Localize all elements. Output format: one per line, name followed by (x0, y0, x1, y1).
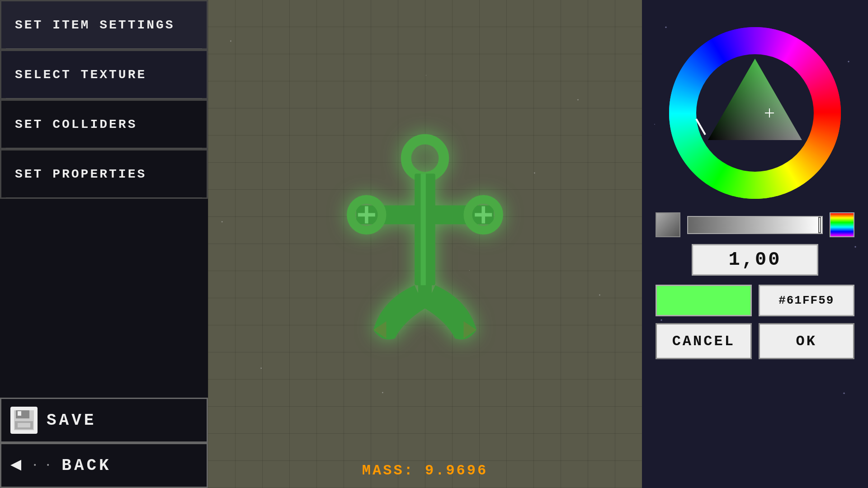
back-button[interactable]: ◀ • • BACK (0, 443, 208, 488)
right-star: · (653, 122, 656, 127)
anchor-image (339, 131, 511, 357)
cancel-label: CANCEL (672, 333, 735, 350)
select-texture-label: SELECT TEXTURE (15, 68, 146, 82)
ok-button[interactable]: OK (759, 323, 855, 359)
svg-rect-16 (421, 174, 426, 285)
select-texture-button[interactable]: SELECT TEXTURE (0, 50, 208, 99)
svg-point-6 (406, 139, 444, 177)
star-decoration: ✦ (533, 171, 536, 175)
star-decoration: ✦ (382, 390, 384, 394)
star-decoration: ✦ (221, 220, 223, 224)
mass-value: MASS: 9.9696 (362, 462, 488, 479)
set-colliders-label: SET COLLIDERS (15, 117, 137, 131)
save-button[interactable]: SAVE (0, 398, 208, 443)
action-buttons-row: CANCEL OK (656, 323, 854, 359)
alpha-value: 1,00 (729, 249, 782, 271)
value-display: 1,00 (692, 244, 818, 276)
right-star: ✦ (843, 390, 845, 396)
selected-color-preview (656, 285, 752, 316)
star-decoration: ✦ (230, 39, 232, 43)
right-star: ✦ (847, 59, 850, 64)
set-properties-label: SET PROPERTIES (15, 167, 146, 181)
star-decoration: ✦ (577, 98, 579, 102)
star-decoration: ✦ (260, 366, 262, 370)
set-item-settings-label: SET ITEM SETTINGS (15, 18, 175, 32)
right-star: ✦ (854, 244, 857, 249)
svg-rect-5 (18, 423, 30, 427)
right-star: ✦ (660, 317, 663, 323)
back-dots-icon: • • (33, 462, 52, 469)
gray-swatch (656, 212, 680, 237)
floppy-disk-icon (10, 407, 38, 434)
center-preview: ✦ ✦ ✦ ✦ ✦ ✦ · · ✦ (208, 0, 642, 488)
color-wheel-container[interactable] (665, 23, 845, 203)
slider-area (656, 212, 854, 237)
set-colliders-button[interactable]: SET COLLIDERS (0, 99, 208, 149)
bottom-buttons: SAVE ◀ • • BACK (0, 398, 208, 488)
set-item-settings-button[interactable]: SET ITEM SETTINGS (0, 0, 208, 50)
back-arrow-icon: ◀ (10, 456, 24, 474)
anchor-preview (339, 131, 511, 357)
rainbow-swatch (830, 212, 854, 237)
cancel-button[interactable]: CANCEL (656, 323, 752, 359)
menu-buttons: SET ITEM SETTINGS SELECT TEXTURE SET COL… (0, 0, 208, 398)
color-wheel[interactable] (665, 23, 845, 203)
sidebar: SET ITEM SETTINGS SELECT TEXTURE SET COL… (0, 0, 208, 488)
hex-value: #61FF59 (778, 294, 834, 307)
mass-display: MASS: 9.9696 (208, 462, 642, 479)
color-picker-panel: ✦ ✦ · ✦ ✦ ✦ 1,00 #61FF59 CANCEL OK (642, 0, 868, 488)
star-decoration: · (425, 73, 427, 77)
set-properties-button[interactable]: SET PROPERTIES (0, 149, 208, 199)
ok-label: OK (796, 333, 817, 350)
brightness-slider[interactable] (687, 216, 823, 234)
svg-rect-3 (18, 411, 21, 416)
color-preview-row: #61FF59 (656, 285, 854, 316)
svg-rect-15 (418, 283, 432, 309)
save-label: SAVE (47, 411, 96, 430)
star-decoration: ✦ (599, 293, 601, 297)
hex-value-display: #61FF59 (759, 285, 855, 316)
back-label: BACK (61, 456, 111, 475)
